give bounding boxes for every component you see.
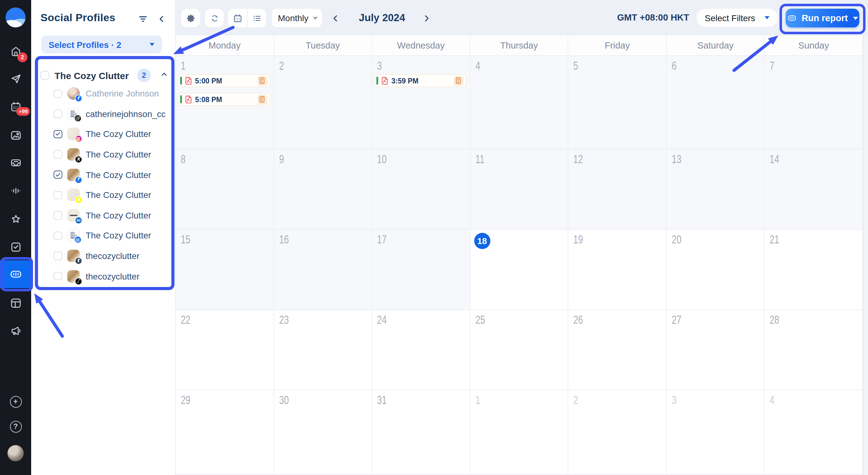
calendar-day-cell[interactable]: 3 — [667, 390, 765, 475]
calendar-day-cell[interactable]: 4 — [470, 56, 568, 149]
profile-row[interactable]: ♪thecozyclutter — [31, 266, 175, 286]
sidebar-item-reviews[interactable] — [0, 209, 31, 230]
account-avatar — [7, 445, 24, 461]
select-filters-dropdown[interactable]: Select Filters — [696, 9, 778, 27]
calendar-day-cell[interactable]: 13 — [667, 149, 765, 230]
profile-row[interactable]: The Cozy Clutter — [31, 185, 175, 205]
sidebar-item-inbox[interactable] — [0, 152, 31, 173]
profile-checkbox[interactable] — [54, 191, 62, 199]
scheduled-post[interactable]: 5:00 PM — [178, 74, 270, 87]
profile-checkbox[interactable] — [54, 171, 62, 179]
day-number: 3 — [377, 60, 382, 73]
calendar-day-cell[interactable]: 21 — [765, 230, 863, 310]
calendar-day-cell[interactable]: 30 — [274, 390, 372, 475]
profile-checkbox[interactable] — [54, 130, 62, 138]
view-period-dropdown[interactable]: Monthly — [272, 9, 322, 27]
settings-button[interactable] — [181, 9, 200, 27]
calendar-day-cell[interactable]: 28 — [765, 310, 863, 390]
profile-checkbox[interactable] — [54, 109, 62, 118]
calendar-day-cell[interactable]: 15 — [176, 230, 274, 310]
prev-month-button[interactable] — [329, 12, 341, 24]
sidebar-item-help[interactable]: ? — [0, 416, 31, 437]
calendar-day-cell[interactable]: 1 — [470, 390, 568, 475]
weekday-label: Monday — [176, 35, 274, 56]
refresh-button[interactable] — [205, 9, 224, 27]
analytics-icon — [9, 268, 22, 281]
linkedin-icon: in — [74, 217, 82, 224]
calendar-day-cell[interactable]: 14 — [765, 149, 863, 230]
calendar-day-cell[interactable]: 11 — [470, 149, 568, 230]
calendar-day-cell[interactable]: 4 — [765, 390, 863, 475]
sidebar-item-media[interactable] — [0, 125, 31, 146]
sidebar-item-add[interactable]: + — [0, 391, 31, 412]
calendar-day-cell[interactable]: 5 — [568, 56, 667, 149]
sidebar-item-listening[interactable] — [0, 180, 31, 201]
calendar-day-cell[interactable]: 17 — [372, 230, 470, 310]
sidebar-item-publishing[interactable] — [0, 68, 31, 89]
calendar-day-cell[interactable]: 25 — [470, 310, 568, 390]
calendar-day-cell[interactable]: 7 — [765, 56, 863, 149]
panel-collapse-button[interactable] — [155, 12, 168, 26]
calendar-day-cell[interactable]: 9 — [274, 149, 372, 230]
status-bar — [180, 76, 182, 85]
profile-group-row[interactable]: The Cozy Clutter 2 — [40, 66, 169, 85]
sidebar-item-tasks[interactable] — [0, 236, 31, 257]
profile-checkbox[interactable] — [54, 211, 62, 219]
calendar-day-cell[interactable]: 16 — [274, 230, 372, 310]
calendar-day-cell[interactable]: 12 — [568, 149, 667, 230]
select-profiles-dropdown[interactable]: Select Profiles · 2 — [41, 35, 162, 54]
group-checkbox[interactable] — [40, 71, 49, 80]
calendar-view-button[interactable] — [228, 9, 247, 27]
calendar-day-cell[interactable]: 2 — [274, 56, 372, 149]
calendar-day-cell[interactable]: 20 — [667, 230, 765, 310]
profile-row[interactable]: The Cozy Clutter — [31, 225, 175, 246]
profile-row[interactable]: XThe Cozy Clutter — [31, 144, 175, 165]
calendar-day-cell[interactable]: 2 — [568, 390, 667, 475]
instagram-icon — [74, 135, 82, 143]
calendar-day-cell[interactable]: 27 — [667, 310, 765, 390]
profile-row[interactable]: tthecozyclutter — [31, 246, 175, 266]
scrollbar-track[interactable] — [863, 35, 868, 475]
calendar-day-cell[interactable]: 10 — [372, 149, 470, 230]
calendar-day-cell[interactable]: 15:00 PM5:08 PM — [176, 56, 274, 149]
calendar-day-cell[interactable]: 19 — [568, 230, 667, 310]
calendar-day-cell[interactable]: 8 — [176, 149, 274, 230]
chevron-up-icon[interactable] — [159, 69, 169, 81]
layout-icon — [9, 296, 22, 309]
scheduled-post[interactable]: 3:59 PM — [374, 74, 466, 87]
list-view-button[interactable] — [247, 9, 266, 27]
profile-row[interactable]: @catherinejohnson_cc — [31, 104, 175, 124]
app-logo[interactable] — [6, 7, 26, 27]
calendar-day-cell[interactable]: 31 — [372, 390, 470, 475]
profile-row[interactable]: fThe Cozy Clutter — [31, 165, 175, 185]
profile-checkbox[interactable] — [54, 252, 62, 260]
next-month-button[interactable] — [420, 12, 432, 24]
day-number: 7 — [770, 60, 775, 73]
profile-row[interactable]: fCatherine Johnson — [31, 83, 175, 104]
sidebar-item-account[interactable] — [0, 443, 31, 464]
day-number: 1 — [181, 60, 186, 73]
weekday-label: Thursday — [470, 35, 568, 56]
calendar-day-cell[interactable]: 6 — [667, 56, 765, 149]
calendar-day-cell[interactable]: 22 — [176, 310, 274, 390]
day-number: 23 — [279, 314, 288, 327]
profile-row[interactable]: The Cozy Clutter — [31, 124, 175, 144]
calendar-day-cell[interactable]: 24 — [372, 310, 470, 390]
profile-checkbox[interactable] — [54, 272, 62, 280]
calendar-day-cell[interactable]: 23 — [274, 310, 372, 390]
calendar-day-cell[interactable]: 18 — [470, 230, 568, 310]
profiles-filter-button[interactable] — [136, 12, 150, 26]
calendar-day-cell[interactable]: 29 — [176, 390, 274, 475]
profile-avatar: @ — [67, 108, 80, 120]
profile-row[interactable]: inThe Cozy Clutter — [31, 205, 175, 225]
sidebar-item-feeds[interactable] — [0, 292, 31, 313]
sidebar-item-advocacy[interactable] — [0, 320, 31, 341]
sidebar-item-analytics[interactable] — [0, 260, 31, 288]
profile-checkbox[interactable] — [54, 89, 62, 98]
scheduled-post[interactable]: 5:08 PM — [178, 93, 270, 106]
calendar-day-cell[interactable]: 26 — [568, 310, 667, 390]
profile-checkbox[interactable] — [54, 150, 62, 159]
calendar-day-cell[interactable]: 33:59 PM — [372, 56, 470, 149]
run-report-button[interactable]: Run report — [786, 9, 859, 27]
profile-checkbox[interactable] — [54, 231, 62, 240]
